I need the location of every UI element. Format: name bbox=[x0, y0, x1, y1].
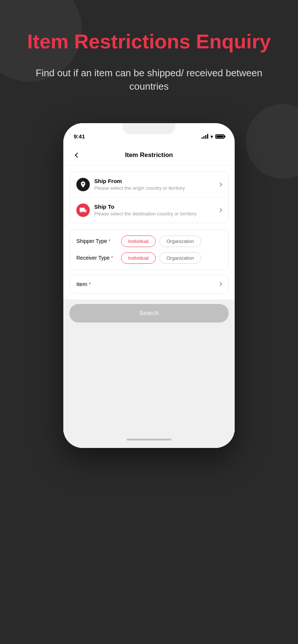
ship-to-svg bbox=[79, 206, 87, 214]
wifi-icon: ▾ bbox=[210, 134, 213, 140]
type-section: Shipper Type * Individual Organization R… bbox=[69, 229, 229, 270]
shipper-type-row: Shipper Type * Individual Organization bbox=[76, 236, 222, 247]
ship-from-row[interactable]: Ship From Please select the origin count… bbox=[70, 172, 228, 198]
ship-from-chevron-icon bbox=[218, 182, 222, 186]
phone-mockup: 9:41 ▾ bbox=[63, 123, 235, 448]
receiver-individual-button[interactable]: Individual bbox=[121, 252, 156, 264]
home-indicator bbox=[127, 439, 171, 440]
shipper-organization-button[interactable]: Organization bbox=[159, 236, 201, 247]
item-chevron-icon bbox=[218, 282, 222, 286]
receiver-type-label: Receiver Type * bbox=[76, 255, 121, 261]
nav-bar: Item Restriction bbox=[63, 145, 235, 166]
ship-to-label: Ship To bbox=[94, 204, 219, 210]
item-required-star: * bbox=[87, 281, 91, 287]
shipper-type-label: Shipper Type * bbox=[76, 238, 121, 244]
signal-icon bbox=[202, 134, 208, 139]
shipper-individual-button[interactable]: Individual bbox=[121, 236, 156, 247]
receiver-organization-button[interactable]: Organization bbox=[159, 252, 201, 264]
home-indicator-wrapper bbox=[63, 433, 235, 448]
ship-from-label: Ship From bbox=[94, 178, 219, 184]
receiver-type-options: Individual Organization bbox=[121, 252, 222, 264]
item-section[interactable]: Item * bbox=[69, 275, 229, 294]
ship-to-placeholder: Please select the destination country or… bbox=[94, 211, 219, 217]
ship-from-info: Ship From Please select the origin count… bbox=[94, 178, 219, 191]
item-label: Item * bbox=[76, 281, 219, 287]
status-icons: ▾ bbox=[202, 134, 224, 140]
status-time: 9:41 bbox=[74, 133, 85, 140]
back-button[interactable] bbox=[71, 148, 84, 162]
app-content: Item Restriction Ship From Please select… bbox=[63, 145, 235, 433]
ship-to-row[interactable]: Ship To Please select the destination co… bbox=[70, 198, 228, 223]
search-button-wrapper: Search bbox=[63, 299, 235, 329]
back-chevron-icon bbox=[75, 153, 80, 158]
ship-section: Ship From Please select the origin count… bbox=[69, 172, 229, 223]
ship-from-svg bbox=[79, 181, 87, 188]
shipper-type-options: Individual Organization bbox=[121, 236, 222, 247]
search-button[interactable]: Search bbox=[69, 304, 229, 323]
receiver-type-row: Receiver Type * Individual Organization bbox=[76, 252, 222, 264]
gray-content-area bbox=[63, 329, 235, 433]
page-subtitle: Find out if an item can be shipped/ rece… bbox=[22, 66, 276, 93]
battery-icon bbox=[215, 134, 224, 139]
nav-title: Item Restriction bbox=[84, 151, 214, 159]
header-section: Item Restrictions Enquiry Find out if an… bbox=[0, 0, 298, 116]
ship-to-chevron-icon bbox=[218, 208, 222, 212]
ship-from-icon bbox=[76, 178, 90, 191]
shipper-required-star: * bbox=[107, 238, 110, 244]
receiver-required-star: * bbox=[110, 255, 113, 261]
ship-to-icon bbox=[76, 204, 90, 217]
ship-from-placeholder: Please select the origin country or terr… bbox=[94, 185, 219, 191]
phone-frame: 9:41 ▾ bbox=[63, 123, 235, 448]
status-bar: 9:41 ▾ bbox=[63, 123, 235, 145]
page-title: Item Restrictions Enquiry bbox=[22, 30, 276, 53]
ship-to-info: Ship To Please select the destination co… bbox=[94, 204, 219, 217]
